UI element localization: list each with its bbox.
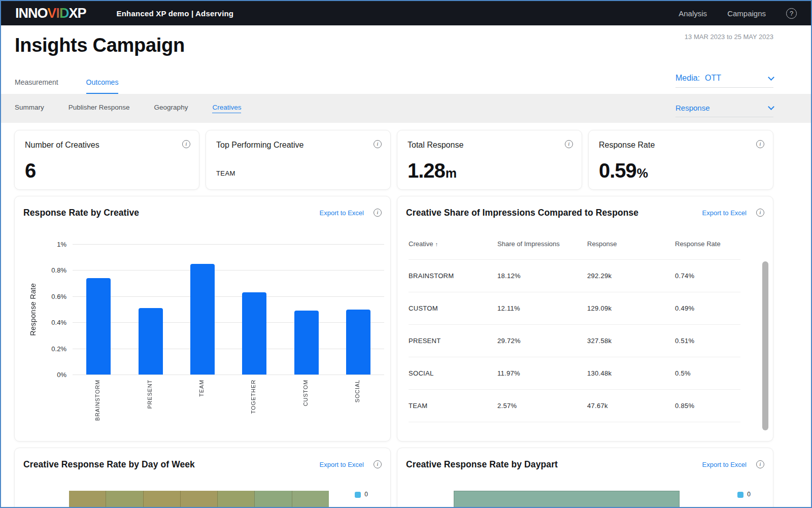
tab-measurement[interactable]: Measurement	[15, 78, 58, 94]
column-header-creative[interactable]: Creative↑	[409, 240, 497, 248]
kpi-title: Response Rate	[599, 141, 655, 150]
gridline	[73, 270, 384, 270]
scrollbar-thumb[interactable]	[762, 261, 768, 430]
table-body: BRAINSTORM18.12%292.29k0.74%CUSTOM12.11%…	[409, 259, 740, 422]
chart-legend: 0	[355, 491, 368, 498]
gridline	[73, 349, 384, 349]
info-icon[interactable]: i	[374, 460, 382, 468]
content-area: Number of Creativesi6Top Performing Crea…	[1, 123, 811, 508]
help-icon[interactable]: ?	[786, 8, 797, 19]
daypart-chart-panel: Creative Response Rate by Daypart Export…	[397, 448, 773, 508]
info-icon[interactable]: i	[756, 460, 764, 468]
export-to-excel-link[interactable]: Export to Excel	[702, 209, 747, 217]
table-row-custom: CUSTOM12.11%129.09k0.49%	[409, 292, 740, 325]
bar-custom	[294, 311, 319, 375]
kpi-title: Total Response	[408, 141, 463, 150]
impressions-table-panel: Creative Share of Impressions Compared t…	[397, 196, 773, 442]
charts-row: Response Rate by Creative Export to Exce…	[14, 196, 773, 442]
bottom-charts-row: Creative Response Rate by Day of Week Ex…	[14, 448, 773, 508]
page-title: Insights Campaign	[15, 35, 185, 56]
media-dropdown-value: OTT	[705, 74, 721, 83]
cell-creative: PRESENT	[409, 337, 497, 345]
top-nav-links: AnalysisCampaigns?	[679, 8, 797, 19]
export-to-excel-link[interactable]: Export to Excel	[702, 461, 747, 468]
logo-inno: INNO	[15, 6, 48, 21]
response-dropdown-value: Response	[675, 104, 710, 112]
chevron-down-icon	[768, 74, 774, 81]
chevron-down-icon	[768, 104, 774, 110]
daypart-bar	[454, 491, 680, 508]
column-header-response: Response	[587, 240, 675, 248]
bar-present	[139, 308, 163, 375]
y-tick-label: 0.8%	[41, 266, 66, 274]
cell-response-rate: 0.5%	[675, 369, 740, 377]
logo-vid: VID	[48, 6, 69, 21]
x-label-social: SOCIAL	[354, 380, 360, 402]
legend-swatch-icon	[355, 492, 361, 498]
day-segment-5	[217, 491, 254, 508]
day-segment-2	[106, 491, 143, 508]
table-scrollbar	[762, 261, 769, 430]
cell-response: 292.29k	[587, 272, 675, 280]
info-icon[interactable]: i	[756, 209, 764, 217]
sub-nav: SummaryPublisher ResponseGeographyCreati…	[1, 94, 811, 123]
info-icon[interactable]: i	[565, 140, 573, 148]
cell-response-rate: 0.51%	[675, 337, 740, 345]
cell-share-of-impressions: 12.11%	[497, 304, 587, 312]
kpi-title: Top Performing Creative	[216, 141, 304, 150]
info-icon[interactable]: i	[182, 140, 190, 148]
bar-chart-plot: Response Rate 1%0.8%0.6%0.4%0.2%0%BRAINS…	[73, 244, 384, 375]
subnav-item-geography[interactable]: Geography	[154, 104, 188, 113]
kpi-card-response-rate: Response Ratei0.59%	[588, 130, 773, 190]
cell-share-of-impressions: 18.12%	[497, 272, 587, 280]
kpi-card-total-response: Total Responsei1.28m	[397, 130, 582, 190]
y-axis-title: Response Rate	[29, 244, 37, 375]
day-segment-4	[180, 491, 217, 508]
table-row-social: SOCIAL11.97%130.48k0.5%	[409, 357, 740, 390]
export-to-excel-link[interactable]: Export to Excel	[320, 209, 364, 217]
topnav-link-campaigns[interactable]: Campaigns	[727, 9, 766, 18]
x-label-together: TOGETHER	[250, 380, 256, 414]
y-tick-label: 0.2%	[41, 345, 66, 353]
y-tick-label: 0%	[41, 371, 66, 379]
gridline	[73, 375, 384, 375]
panel-title: Creative Share of Impressions Compared t…	[406, 208, 638, 218]
kpi-row: Number of Creativesi6Top Performing Crea…	[14, 130, 773, 190]
export-to-excel-link[interactable]: Export to Excel	[320, 461, 364, 468]
kpi-value-text: 1.28	[408, 159, 445, 182]
info-icon[interactable]: i	[756, 140, 764, 148]
kpi-card-number-of-creatives: Number of Creativesi6	[14, 130, 199, 190]
tab-outcomes[interactable]: Outcomes	[86, 78, 119, 94]
kpi-value-text: 6	[25, 159, 36, 182]
info-icon[interactable]: i	[374, 140, 382, 148]
subnav-item-creatives[interactable]: Creatives	[212, 104, 241, 113]
kpi-value: 6	[25, 159, 36, 182]
innovid-xp-logo[interactable]: INNOVIDXP	[15, 6, 86, 21]
kpi-title: Number of Creatives	[25, 141, 99, 150]
media-dropdown[interactable]: Media: OTT	[675, 74, 773, 88]
cell-creative: BRAINSTORM	[409, 272, 497, 280]
bar-social	[346, 310, 370, 375]
info-icon[interactable]: i	[374, 209, 382, 217]
main-tabs: MeasurementOutcomes	[15, 78, 118, 94]
sort-ascending-icon: ↑	[435, 241, 438, 247]
kpi-value: 1.28m	[408, 159, 457, 182]
topnav-link-analysis[interactable]: Analysis	[679, 9, 707, 18]
x-label-team: TEAM	[198, 380, 205, 397]
column-header-share-of-impressions: Share of Impressions	[497, 240, 587, 248]
response-dropdown[interactable]: Response	[675, 104, 773, 117]
day-segment-3	[143, 491, 180, 508]
kpi-value-text: 0.59	[599, 159, 636, 182]
cell-creative: TEAM	[409, 402, 497, 410]
bar-brainstorm	[86, 278, 111, 375]
app-window: INNOVIDXP Enhanced XP demo | Adserving A…	[0, 0, 812, 508]
response-rate-chart-panel: Response Rate by Creative Export to Exce…	[14, 196, 391, 442]
subnav-item-summary[interactable]: Summary	[15, 104, 44, 113]
cell-share-of-impressions: 29.72%	[497, 337, 587, 345]
subnav-item-publisher-response[interactable]: Publisher Response	[69, 104, 130, 113]
cell-share-of-impressions: 2.57%	[497, 402, 587, 410]
kpi-value: TEAM	[216, 170, 235, 177]
panel-title: Creative Response Rate by Daypart	[406, 459, 558, 470]
table-row-team: TEAM2.57%47.67k0.85%	[409, 390, 740, 422]
day-segment-7	[292, 491, 329, 508]
